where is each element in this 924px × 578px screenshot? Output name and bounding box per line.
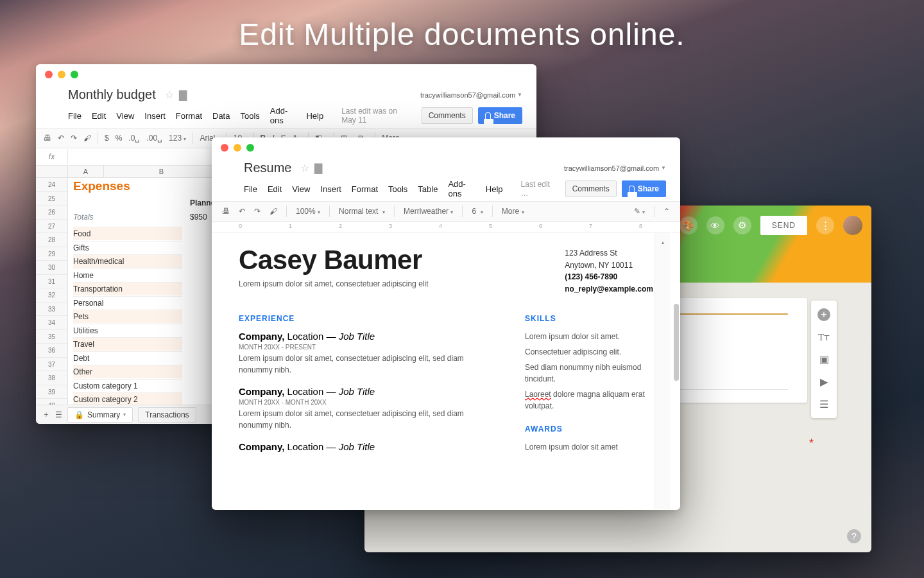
window-controls[interactable] (45, 71, 78, 78)
expense-row-label[interactable]: Custom category 1 (73, 379, 182, 392)
add-question-icon[interactable]: + (817, 308, 830, 321)
menu-add-ons[interactable]: Add-ons (448, 179, 475, 198)
editing-mode-icon[interactable]: ✎ ▾ (634, 207, 645, 216)
last-edit-text: Last edit … (521, 180, 555, 198)
user-avatar[interactable] (843, 216, 862, 235)
folder-icon[interactable]: ▇ (179, 89, 187, 101)
expense-row-label[interactable]: Debt (73, 351, 182, 365)
send-button[interactable]: SEND (760, 216, 807, 235)
menu-tools[interactable]: Tools (240, 111, 259, 121)
menu-view[interactable]: View (116, 111, 134, 121)
menu-help[interactable]: Help (306, 111, 323, 121)
ruler[interactable]: 012345678 (212, 222, 680, 233)
award-item: Lorem ipsum dolor sit amet (525, 441, 653, 453)
menu-tools[interactable]: Tools (388, 184, 407, 194)
paint-format-icon[interactable]: 🖌 (270, 207, 277, 216)
more-vert-icon[interactable]: ⋮ (816, 216, 834, 234)
menu-table[interactable]: Table (418, 184, 438, 194)
menu-file[interactable]: File (68, 111, 81, 121)
expense-row-label[interactable]: Other (73, 365, 182, 378)
experience-heading: EXPERIENCE (239, 314, 486, 323)
section-heading: Expenses (73, 179, 130, 193)
share-button[interactable]: Share (622, 180, 666, 197)
share-button[interactable]: Share (478, 107, 522, 124)
more-toolbar[interactable]: More ▾ (502, 207, 524, 216)
menu-add-ons[interactable]: Add-ons (270, 106, 296, 125)
menu-data[interactable]: Data (212, 111, 230, 121)
percent-icon[interactable]: % (116, 134, 123, 143)
required-asterisk: * (809, 437, 814, 450)
star-icon[interactable]: ☆ (165, 89, 174, 101)
last-edit-text: Last edit was on May 11 (341, 107, 411, 125)
form-side-toolbar: + Tᴛ ▣ ▶ ☰ (811, 301, 837, 418)
zoom-dropdown[interactable]: 100% ▾ (296, 207, 320, 216)
all-sheets-icon[interactable]: ☰ (55, 410, 62, 419)
expense-row-label[interactable]: Utilities (73, 324, 182, 337)
expense-row-label[interactable]: Pets (73, 310, 182, 323)
menu-format[interactable]: Format (176, 111, 202, 121)
menu-insert[interactable]: Insert (144, 111, 166, 121)
marketing-headline: Edit Multiple documents online. (0, 17, 924, 52)
print-icon[interactable]: 🖶 (44, 134, 51, 143)
expense-row-label[interactable]: Travel (73, 337, 182, 351)
sheet-tab-transactions[interactable]: Transactions (138, 407, 196, 423)
undo-icon[interactable]: ↶ (239, 207, 245, 216)
inc-decimal-icon[interactable]: .00␣ (146, 134, 162, 143)
print-icon[interactable]: 🖶 (222, 207, 230, 216)
job-body: Lorem ipsum dolor sit amet, consectetuer… (239, 353, 486, 376)
paint-format-icon[interactable]: 🖌 (83, 134, 91, 143)
font-size-dropdown[interactable]: 6 ▾ (472, 207, 483, 216)
menu-file[interactable]: File (244, 184, 257, 194)
account-email[interactable]: tracywilliamson57@gmail.com ▼ (564, 164, 666, 172)
doc-title[interactable]: Resume (244, 161, 291, 175)
menu-edit[interactable]: Edit (268, 184, 282, 194)
sheet-tab-summary[interactable]: 🔒Summary ▾ (67, 407, 133, 423)
help-icon[interactable]: ? (847, 529, 861, 543)
undo-icon[interactable]: ↶ (58, 134, 64, 143)
menu-help[interactable]: Help (486, 184, 503, 194)
expense-row-label[interactable]: Gifts (73, 241, 182, 254)
scrollbar-thumb[interactable] (674, 304, 679, 381)
more-formats-dropdown[interactable]: 123 ▾ (169, 134, 186, 143)
job-body: Lorem ipsum dolor sit amet, consectetuer… (239, 408, 486, 431)
expense-row-label[interactable]: Home (73, 268, 182, 282)
add-image-icon[interactable]: ▣ (819, 353, 829, 365)
expense-row-label[interactable]: Personal (73, 296, 182, 310)
add-video-icon[interactable]: ▶ (820, 376, 828, 388)
comments-button[interactable]: Comments (565, 180, 617, 197)
redo-icon[interactable]: ↷ (71, 134, 77, 143)
expense-row-label[interactable]: Health/medical (73, 254, 182, 268)
expand-icon[interactable]: ⌃ (663, 207, 670, 216)
settings-gear-icon[interactable]: ⚙ (733, 216, 751, 234)
folder-icon[interactable]: ▇ (314, 162, 322, 174)
document-page[interactable]: 123 Address St Anytown, NY 10011 (123) 4… (212, 233, 680, 509)
redo-icon[interactable]: ↷ (254, 207, 261, 216)
preview-icon[interactable]: 👁 (706, 216, 724, 234)
skill-item: Sed diam nonummy nibh euismod tincidunt. (525, 362, 653, 385)
add-sheet-icon[interactable]: ＋ (42, 409, 50, 420)
palette-icon[interactable]: 🎨 (680, 216, 697, 234)
comments-button[interactable]: Comments (422, 107, 473, 124)
sheet-title[interactable]: Monthly budget (68, 87, 156, 102)
row-headers[interactable]: 2425262728293031323334353637383940 (36, 178, 68, 413)
menu-format[interactable]: Format (352, 184, 378, 194)
dec-decimal-icon[interactable]: .0␣ (128, 134, 140, 143)
add-section-icon[interactable]: ☰ (819, 398, 828, 410)
expense-row-label[interactable]: Transportation (73, 282, 182, 295)
menu-edit[interactable]: Edit (92, 111, 106, 121)
menu-insert[interactable]: Insert (320, 184, 341, 194)
currency-icon[interactable]: $ (105, 134, 109, 143)
expense-row-label[interactable]: Custom category 2 (73, 392, 182, 406)
docs-side-gutter: ▴ (654, 233, 670, 509)
lock-icon: 🔒 (74, 410, 84, 419)
account-email[interactable]: tracywilliamson57@gmail.com ▼ (420, 91, 522, 99)
star-icon[interactable]: ☆ (300, 162, 309, 174)
expense-row-label[interactable]: Food (73, 227, 182, 240)
add-title-icon[interactable]: Tᴛ (818, 331, 830, 343)
job-entry: Company, Location — Job Title (239, 441, 486, 452)
window-controls[interactable] (221, 144, 254, 152)
menu-view[interactable]: View (292, 184, 310, 194)
style-dropdown[interactable]: Normal text ▾ (339, 207, 385, 216)
collapse-icon[interactable]: ▴ (662, 240, 664, 245)
font-family-dropdown[interactable]: Merriweather ▾ (404, 207, 453, 216)
